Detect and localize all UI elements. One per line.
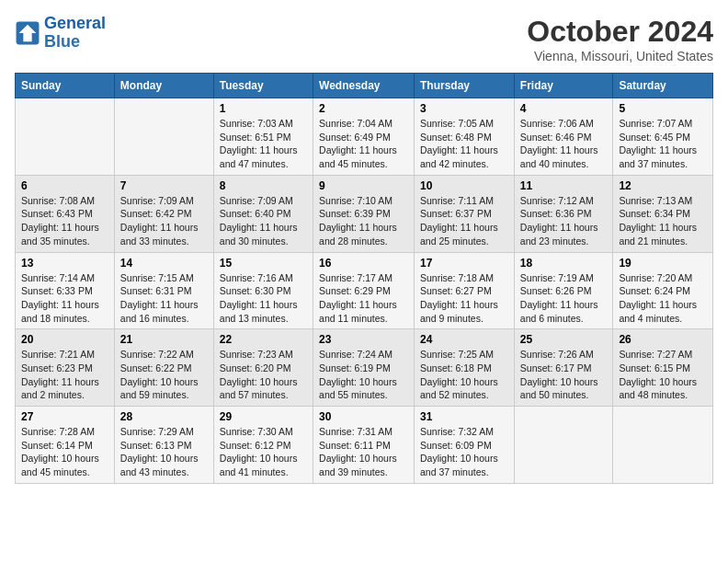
- title-block: October 2024 Vienna, Missouri, United St…: [527, 15, 713, 63]
- calendar-cell: 20Sunrise: 7:21 AM Sunset: 6:23 PM Dayli…: [16, 329, 115, 407]
- calendar-cell: 13Sunrise: 7:14 AM Sunset: 6:33 PM Dayli…: [16, 252, 115, 329]
- day-info: Sunrise: 7:31 AM Sunset: 6:11 PM Dayligh…: [319, 425, 408, 479]
- day-info: Sunrise: 7:27 AM Sunset: 6:15 PM Dayligh…: [619, 348, 707, 402]
- day-info: Sunrise: 7:29 AM Sunset: 6:13 PM Dayligh…: [120, 425, 208, 479]
- day-number: 22: [220, 333, 307, 346]
- day-number: 3: [420, 102, 508, 115]
- calendar-week-1: 1Sunrise: 7:03 AM Sunset: 6:51 PM Daylig…: [16, 98, 713, 176]
- day-number: 28: [120, 410, 208, 423]
- page-header: General Blue October 2024 Vienna, Missou…: [15, 15, 713, 63]
- day-info: Sunrise: 7:26 AM Sunset: 6:17 PM Dayligh…: [520, 348, 608, 402]
- calendar-cell: 21Sunrise: 7:22 AM Sunset: 6:22 PM Dayli…: [114, 329, 213, 407]
- day-info: Sunrise: 7:16 AM Sunset: 6:30 PM Dayligh…: [220, 271, 307, 326]
- calendar-cell: 14Sunrise: 7:15 AM Sunset: 6:31 PM Dayli…: [114, 252, 213, 329]
- day-info: Sunrise: 7:11 AM Sunset: 6:37 PM Dayligh…: [420, 194, 508, 248]
- calendar-cell: 30Sunrise: 7:31 AM Sunset: 6:11 PM Dayli…: [313, 407, 415, 484]
- calendar-cell: 23Sunrise: 7:24 AM Sunset: 6:19 PM Dayli…: [313, 329, 415, 407]
- calendar-week-2: 6Sunrise: 7:08 AM Sunset: 6:43 PM Daylig…: [16, 175, 713, 252]
- day-number: 31: [420, 410, 508, 423]
- day-number: 9: [319, 179, 408, 192]
- day-number: 24: [420, 333, 508, 346]
- day-number: 2: [319, 102, 408, 115]
- calendar-cell: 1Sunrise: 7:03 AM Sunset: 6:51 PM Daylig…: [213, 98, 313, 176]
- day-info: Sunrise: 7:03 AM Sunset: 6:51 PM Dayligh…: [220, 117, 307, 171]
- day-number: 7: [120, 179, 208, 192]
- day-number: 11: [520, 179, 608, 192]
- day-number: 23: [319, 333, 408, 346]
- logo: General Blue: [15, 15, 106, 52]
- calendar-cell: 28Sunrise: 7:29 AM Sunset: 6:13 PM Dayli…: [114, 407, 213, 484]
- day-number: 27: [21, 410, 108, 423]
- day-info: Sunrise: 7:18 AM Sunset: 6:27 PM Dayligh…: [420, 271, 508, 326]
- calendar-cell: 27Sunrise: 7:28 AM Sunset: 6:14 PM Dayli…: [16, 407, 115, 484]
- day-info: Sunrise: 7:20 AM Sunset: 6:24 PM Dayligh…: [619, 271, 707, 326]
- day-number: 30: [319, 410, 408, 423]
- day-number: 25: [520, 333, 608, 346]
- calendar-cell: 2Sunrise: 7:04 AM Sunset: 6:49 PM Daylig…: [313, 98, 415, 176]
- day-info: Sunrise: 7:19 AM Sunset: 6:26 PM Dayligh…: [520, 271, 608, 326]
- day-info: Sunrise: 7:08 AM Sunset: 6:43 PM Dayligh…: [21, 194, 108, 248]
- dow-header-monday: Monday: [114, 74, 213, 98]
- day-info: Sunrise: 7:32 AM Sunset: 6:09 PM Dayligh…: [420, 425, 508, 479]
- day-info: Sunrise: 7:05 AM Sunset: 6:48 PM Dayligh…: [420, 117, 508, 171]
- day-info: Sunrise: 7:07 AM Sunset: 6:45 PM Dayligh…: [619, 117, 707, 171]
- calendar-cell: 8Sunrise: 7:09 AM Sunset: 6:40 PM Daylig…: [213, 175, 313, 252]
- day-info: Sunrise: 7:13 AM Sunset: 6:34 PM Dayligh…: [619, 194, 707, 248]
- day-info: Sunrise: 7:09 AM Sunset: 6:42 PM Dayligh…: [120, 194, 208, 248]
- day-info: Sunrise: 7:14 AM Sunset: 6:33 PM Dayligh…: [21, 271, 108, 326]
- calendar-week-5: 27Sunrise: 7:28 AM Sunset: 6:14 PM Dayli…: [16, 407, 713, 484]
- calendar-cell: 7Sunrise: 7:09 AM Sunset: 6:42 PM Daylig…: [114, 175, 213, 252]
- logo-icon: [15, 20, 40, 46]
- calendar-cell: 17Sunrise: 7:18 AM Sunset: 6:27 PM Dayli…: [415, 252, 515, 329]
- day-info: Sunrise: 7:24 AM Sunset: 6:19 PM Dayligh…: [319, 348, 408, 402]
- day-number: 17: [420, 257, 508, 270]
- day-info: Sunrise: 7:23 AM Sunset: 6:20 PM Dayligh…: [220, 348, 307, 402]
- day-number: 4: [520, 102, 608, 115]
- day-info: Sunrise: 7:22 AM Sunset: 6:22 PM Dayligh…: [120, 348, 208, 402]
- day-info: Sunrise: 7:17 AM Sunset: 6:29 PM Dayligh…: [319, 271, 408, 326]
- calendar-cell: 4Sunrise: 7:06 AM Sunset: 6:46 PM Daylig…: [514, 98, 613, 176]
- day-number: 5: [619, 102, 707, 115]
- calendar-cell: 24Sunrise: 7:25 AM Sunset: 6:18 PM Dayli…: [415, 329, 515, 407]
- day-info: Sunrise: 7:30 AM Sunset: 6:12 PM Dayligh…: [220, 425, 307, 479]
- day-number: 20: [21, 333, 108, 346]
- calendar-cell: 16Sunrise: 7:17 AM Sunset: 6:29 PM Dayli…: [313, 252, 415, 329]
- day-number: 8: [220, 179, 307, 192]
- calendar-cell: [613, 407, 713, 484]
- day-number: 13: [21, 257, 108, 270]
- day-number: 6: [21, 179, 108, 192]
- calendar-cell: 11Sunrise: 7:12 AM Sunset: 6:36 PM Dayli…: [514, 175, 613, 252]
- day-number: 29: [220, 410, 307, 423]
- day-number: 12: [619, 179, 707, 192]
- calendar-week-3: 13Sunrise: 7:14 AM Sunset: 6:33 PM Dayli…: [16, 252, 713, 329]
- logo-text: General Blue: [44, 15, 106, 52]
- dow-header-thursday: Thursday: [415, 74, 515, 98]
- calendar-week-4: 20Sunrise: 7:21 AM Sunset: 6:23 PM Dayli…: [16, 329, 713, 407]
- dow-header-sunday: Sunday: [16, 74, 115, 98]
- calendar-cell: 29Sunrise: 7:30 AM Sunset: 6:12 PM Dayli…: [213, 407, 313, 484]
- calendar-cell: 12Sunrise: 7:13 AM Sunset: 6:34 PM Dayli…: [613, 175, 713, 252]
- day-number: 18: [520, 257, 608, 270]
- calendar-cell: 15Sunrise: 7:16 AM Sunset: 6:30 PM Dayli…: [213, 252, 313, 329]
- calendar-cell: 26Sunrise: 7:27 AM Sunset: 6:15 PM Dayli…: [613, 329, 713, 407]
- dow-header-wednesday: Wednesday: [313, 74, 415, 98]
- dow-header-tuesday: Tuesday: [213, 74, 313, 98]
- location: Vienna, Missouri, United States: [527, 49, 713, 63]
- calendar-cell: 10Sunrise: 7:11 AM Sunset: 6:37 PM Dayli…: [415, 175, 515, 252]
- day-number: 15: [220, 257, 307, 270]
- calendar-cell: 6Sunrise: 7:08 AM Sunset: 6:43 PM Daylig…: [16, 175, 115, 252]
- day-number: 21: [120, 333, 208, 346]
- day-number: 1: [220, 102, 307, 115]
- calendar-cell: 22Sunrise: 7:23 AM Sunset: 6:20 PM Dayli…: [213, 329, 313, 407]
- day-info: Sunrise: 7:04 AM Sunset: 6:49 PM Dayligh…: [319, 117, 408, 171]
- dow-header-friday: Friday: [514, 74, 613, 98]
- calendar-cell: 31Sunrise: 7:32 AM Sunset: 6:09 PM Dayli…: [415, 407, 515, 484]
- calendar-cell: 18Sunrise: 7:19 AM Sunset: 6:26 PM Dayli…: [514, 252, 613, 329]
- day-info: Sunrise: 7:06 AM Sunset: 6:46 PM Dayligh…: [520, 117, 608, 171]
- day-number: 14: [120, 257, 208, 270]
- day-info: Sunrise: 7:21 AM Sunset: 6:23 PM Dayligh…: [21, 348, 108, 402]
- calendar-cell: [514, 407, 613, 484]
- day-info: Sunrise: 7:10 AM Sunset: 6:39 PM Dayligh…: [319, 194, 408, 248]
- day-number: 10: [420, 179, 508, 192]
- dow-header-saturday: Saturday: [613, 74, 713, 98]
